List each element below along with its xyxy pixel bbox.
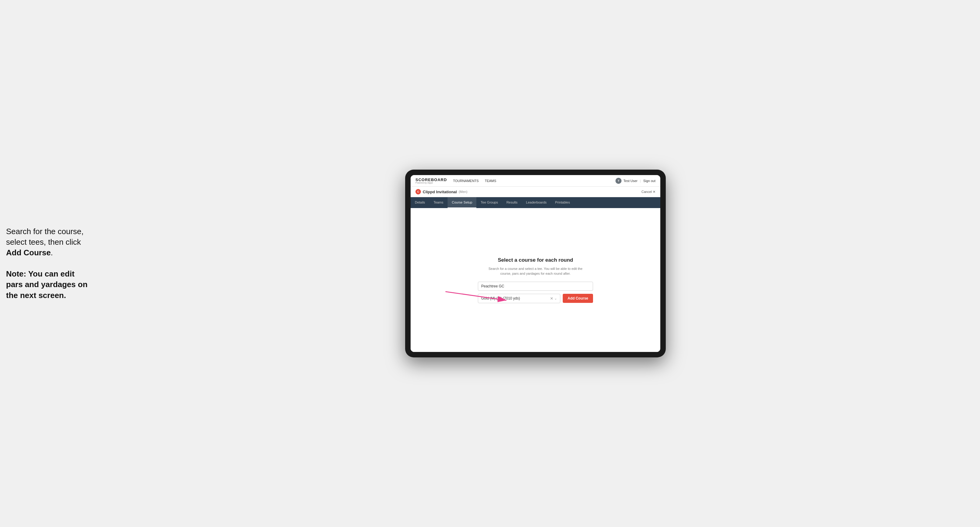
tournament-header: C Clippd Invitational (Men) Cancel ✕ [410, 187, 660, 197]
pipe-divider: | [640, 179, 641, 183]
annotation-note: Note: You can edit pars and yardages on … [6, 269, 88, 301]
tablet-shell: SCOREBOARD Powered by clippd TOURNAMENTS… [405, 170, 666, 357]
user-name: Test User [623, 179, 637, 183]
content-card: Select a course for each round Search fo… [478, 257, 593, 303]
tab-printables[interactable]: Printables [551, 197, 574, 208]
nav-tournaments[interactable]: TOURNAMENTS [453, 179, 479, 183]
annotation-area: Search for the course, select tees, then… [6, 226, 88, 301]
page-wrapper: Search for the course, select tees, then… [0, 0, 980, 527]
card-title: Select a course for each round [478, 257, 593, 263]
logo-sub: Powered by clippd [415, 182, 447, 184]
tab-course-setup[interactable]: Course Setup [447, 197, 476, 208]
tournament-name: Clippd Invitational [423, 190, 457, 194]
description-line2: course, pars and yardages for each round… [500, 272, 571, 275]
tab-teams[interactable]: Teams [430, 197, 447, 208]
user-avatar: T [616, 178, 622, 184]
tee-select-dropdown[interactable]: Gold (M) (M) (7010 yds) ✕ ⌄ [478, 294, 560, 303]
tee-select-row: Gold (M) (M) (7010 yds) ✕ ⌄ Add Course [478, 294, 593, 303]
course-search-input[interactable] [478, 282, 593, 291]
tournament-title: C Clippd Invitational (Men) [415, 189, 467, 194]
logo-area: SCOREBOARD Powered by clippd [415, 178, 447, 184]
nav-left: SCOREBOARD Powered by clippd TOURNAMENTS… [415, 178, 496, 184]
course-search-wrapper [478, 282, 593, 291]
signout-link[interactable]: Sign out [643, 179, 655, 183]
nav-right: T Test User | Sign out [616, 178, 655, 184]
tab-tee-groups[interactable]: Tee Groups [476, 197, 502, 208]
annotation-bold-add-course: Add Course [6, 248, 51, 257]
cancel-button[interactable]: Cancel ✕ [641, 190, 655, 194]
description-line1: Search for a course and select a tee. Yo… [488, 267, 582, 270]
tee-select-controls: ✕ ⌄ [550, 296, 557, 301]
tablet-screen: SCOREBOARD Powered by clippd TOURNAMENTS… [410, 175, 660, 352]
tournament-logo-letter: C [417, 190, 419, 193]
tee-chevron-icon[interactable]: ⌄ [554, 297, 557, 300]
logo-text: SCOREBOARD [415, 178, 447, 182]
cancel-x-icon: ✕ [653, 190, 655, 194]
tee-clear-icon[interactable]: ✕ [550, 296, 553, 301]
card-description: Search for a course and select a tee. Yo… [478, 266, 593, 276]
nav-teams[interactable]: TEAMS [485, 179, 496, 183]
tournament-category: (Men) [459, 190, 468, 194]
tee-select-value: Gold (M) (M) (7010 yds) [481, 296, 520, 300]
tournament-logo: C [415, 189, 421, 194]
tab-leaderboards[interactable]: Leaderboards [522, 197, 551, 208]
main-content: Select a course for each round Search fo… [410, 208, 660, 352]
cancel-label: Cancel [641, 190, 652, 194]
top-nav: SCOREBOARD Powered by clippd TOURNAMENTS… [410, 175, 660, 187]
tab-nav: Details Teams Course Setup Tee Groups Re… [410, 197, 660, 208]
add-course-button[interactable]: Add Course [563, 294, 593, 303]
tab-details[interactable]: Details [410, 197, 430, 208]
tab-results[interactable]: Results [502, 197, 522, 208]
